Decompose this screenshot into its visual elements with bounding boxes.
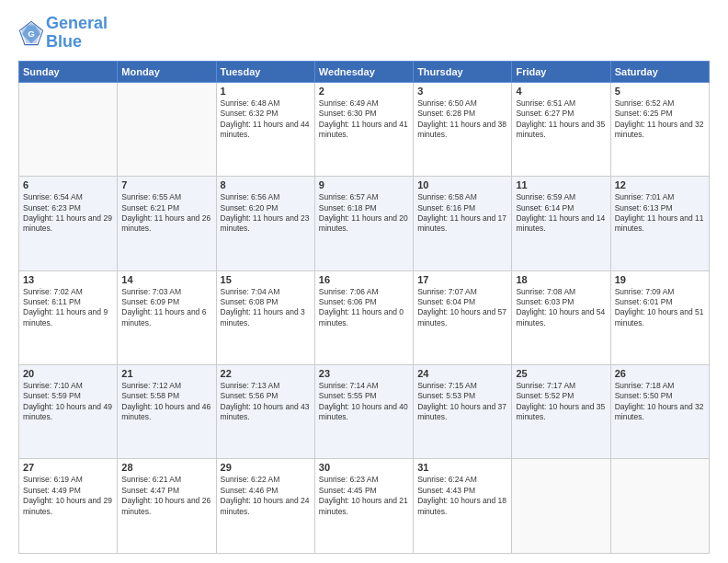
calendar-cell: 15Sunrise: 7:04 AM Sunset: 6:08 PM Dayli… xyxy=(216,270,314,364)
calendar-cell: 11Sunrise: 6:59 AM Sunset: 6:14 PM Dayli… xyxy=(512,177,610,270)
day-number: 11 xyxy=(516,179,606,190)
calendar-cell: 1Sunrise: 6:48 AM Sunset: 6:32 PM Daylig… xyxy=(216,82,314,176)
day-number: 24 xyxy=(417,368,507,379)
day-info: Sunrise: 7:13 AM Sunset: 5:56 PM Dayligh… xyxy=(221,381,311,423)
day-number: 2 xyxy=(319,86,409,97)
day-number: 27 xyxy=(23,462,113,473)
calendar-cell: 27Sunrise: 6:19 AM Sunset: 4:49 PM Dayli… xyxy=(19,459,118,554)
day-number: 8 xyxy=(221,179,311,190)
weekday-header-friday: Friday xyxy=(512,61,610,82)
page: G General Blue SundayMondayTuesdayWednes… xyxy=(0,0,728,563)
header: G General Blue xyxy=(18,15,710,52)
day-info: Sunrise: 6:51 AM Sunset: 6:27 PM Dayligh… xyxy=(516,98,606,141)
day-number: 12 xyxy=(615,179,705,190)
calendar-cell: 25Sunrise: 7:17 AM Sunset: 5:52 PM Dayli… xyxy=(512,365,610,459)
calendar-body: 1Sunrise: 6:48 AM Sunset: 6:32 PM Daylig… xyxy=(19,82,710,553)
calendar-cell: 30Sunrise: 6:23 AM Sunset: 4:45 PM Dayli… xyxy=(314,459,413,554)
day-number: 20 xyxy=(23,368,113,379)
day-info: Sunrise: 7:04 AM Sunset: 6:08 PM Dayligh… xyxy=(221,287,311,329)
day-info: Sunrise: 7:14 AM Sunset: 5:55 PM Dayligh… xyxy=(319,381,409,423)
day-number: 3 xyxy=(417,86,507,97)
calendar-cell: 16Sunrise: 7:06 AM Sunset: 6:06 PM Dayli… xyxy=(314,270,413,364)
calendar-cell: 28Sunrise: 6:21 AM Sunset: 4:47 PM Dayli… xyxy=(118,459,216,554)
calendar-cell: 26Sunrise: 7:18 AM Sunset: 5:50 PM Dayli… xyxy=(610,365,709,459)
day-info: Sunrise: 7:02 AM Sunset: 6:11 PM Dayligh… xyxy=(23,287,113,329)
day-info: Sunrise: 7:03 AM Sunset: 6:09 PM Dayligh… xyxy=(121,287,211,329)
calendar-cell: 10Sunrise: 6:58 AM Sunset: 6:16 PM Dayli… xyxy=(414,177,512,270)
day-info: Sunrise: 6:56 AM Sunset: 6:20 PM Dayligh… xyxy=(221,192,311,235)
weekday-header-tuesday: Tuesday xyxy=(216,61,314,82)
day-info: Sunrise: 6:23 AM Sunset: 4:45 PM Dayligh… xyxy=(319,475,409,517)
calendar-cell: 14Sunrise: 7:03 AM Sunset: 6:09 PM Dayli… xyxy=(118,270,216,364)
day-info: Sunrise: 6:48 AM Sunset: 6:32 PM Dayligh… xyxy=(221,98,311,141)
day-number: 14 xyxy=(121,274,211,285)
calendar-cell: 5Sunrise: 6:52 AM Sunset: 6:25 PM Daylig… xyxy=(610,82,709,176)
calendar-cell: 12Sunrise: 7:01 AM Sunset: 6:13 PM Dayli… xyxy=(610,177,709,270)
day-number: 31 xyxy=(417,462,507,473)
calendar-row: 20Sunrise: 7:10 AM Sunset: 5:59 PM Dayli… xyxy=(19,365,710,459)
day-info: Sunrise: 6:19 AM Sunset: 4:49 PM Dayligh… xyxy=(23,475,113,517)
day-info: Sunrise: 6:52 AM Sunset: 6:25 PM Dayligh… xyxy=(615,98,705,141)
day-number: 21 xyxy=(121,368,211,379)
day-number: 19 xyxy=(615,274,705,285)
calendar-row: 6Sunrise: 6:54 AM Sunset: 6:23 PM Daylig… xyxy=(19,177,710,270)
day-number: 1 xyxy=(221,86,311,97)
calendar-row: 1Sunrise: 6:48 AM Sunset: 6:32 PM Daylig… xyxy=(19,82,710,176)
day-number: 16 xyxy=(319,274,409,285)
day-number: 10 xyxy=(417,179,507,190)
calendar-cell: 17Sunrise: 7:07 AM Sunset: 6:04 PM Dayli… xyxy=(414,270,512,364)
day-info: Sunrise: 7:12 AM Sunset: 5:58 PM Dayligh… xyxy=(121,381,211,423)
calendar-cell: 2Sunrise: 6:49 AM Sunset: 6:30 PM Daylig… xyxy=(314,82,413,176)
calendar-row: 27Sunrise: 6:19 AM Sunset: 4:49 PM Dayli… xyxy=(19,459,710,554)
calendar-cell: 29Sunrise: 6:22 AM Sunset: 4:46 PM Dayli… xyxy=(216,459,314,554)
day-number: 15 xyxy=(221,274,311,285)
day-info: Sunrise: 6:58 AM Sunset: 6:16 PM Dayligh… xyxy=(417,192,507,235)
day-number: 23 xyxy=(319,368,409,379)
day-number: 5 xyxy=(615,86,705,97)
calendar-cell: 23Sunrise: 7:14 AM Sunset: 5:55 PM Dayli… xyxy=(314,365,413,459)
calendar-cell: 31Sunrise: 6:24 AM Sunset: 4:43 PM Dayli… xyxy=(414,459,512,554)
day-number: 26 xyxy=(615,368,705,379)
calendar-cell: 6Sunrise: 6:54 AM Sunset: 6:23 PM Daylig… xyxy=(19,177,118,270)
calendar-cell: 4Sunrise: 6:51 AM Sunset: 6:27 PM Daylig… xyxy=(512,82,610,176)
day-info: Sunrise: 6:22 AM Sunset: 4:46 PM Dayligh… xyxy=(221,475,311,517)
day-number: 9 xyxy=(319,179,409,190)
calendar-cell: 3Sunrise: 6:50 AM Sunset: 6:28 PM Daylig… xyxy=(414,82,512,176)
day-info: Sunrise: 6:59 AM Sunset: 6:14 PM Dayligh… xyxy=(516,192,606,235)
day-number: 30 xyxy=(319,462,409,473)
calendar-cell: 20Sunrise: 7:10 AM Sunset: 5:59 PM Dayli… xyxy=(19,365,118,459)
svg-text:G: G xyxy=(28,29,35,39)
day-info: Sunrise: 6:24 AM Sunset: 4:43 PM Dayligh… xyxy=(417,475,507,517)
calendar-row: 13Sunrise: 7:02 AM Sunset: 6:11 PM Dayli… xyxy=(19,270,710,364)
day-info: Sunrise: 6:50 AM Sunset: 6:28 PM Dayligh… xyxy=(417,98,507,141)
calendar-cell xyxy=(118,82,216,176)
day-number: 29 xyxy=(221,462,311,473)
weekday-header-monday: Monday xyxy=(118,61,216,82)
calendar-cell xyxy=(610,459,709,554)
calendar-cell: 7Sunrise: 6:55 AM Sunset: 6:21 PM Daylig… xyxy=(118,177,216,270)
weekday-header-wednesday: Wednesday xyxy=(314,61,413,82)
day-info: Sunrise: 6:21 AM Sunset: 4:47 PM Dayligh… xyxy=(121,475,211,517)
calendar-header-row: SundayMondayTuesdayWednesdayThursdayFrid… xyxy=(19,61,710,82)
day-info: Sunrise: 7:15 AM Sunset: 5:53 PM Dayligh… xyxy=(417,381,507,423)
day-number: 22 xyxy=(221,368,311,379)
day-info: Sunrise: 7:17 AM Sunset: 5:52 PM Dayligh… xyxy=(516,381,606,423)
calendar-table: SundayMondayTuesdayWednesdayThursdayFrid… xyxy=(18,61,710,554)
day-number: 13 xyxy=(23,274,113,285)
day-number: 6 xyxy=(23,179,113,190)
day-number: 7 xyxy=(121,179,211,190)
weekday-header-saturday: Saturday xyxy=(610,61,709,82)
day-number: 17 xyxy=(417,274,507,285)
calendar-cell: 22Sunrise: 7:13 AM Sunset: 5:56 PM Dayli… xyxy=(216,365,314,459)
calendar-cell: 19Sunrise: 7:09 AM Sunset: 6:01 PM Dayli… xyxy=(610,270,709,364)
calendar-cell: 9Sunrise: 6:57 AM Sunset: 6:18 PM Daylig… xyxy=(314,177,413,270)
calendar-cell: 8Sunrise: 6:56 AM Sunset: 6:20 PM Daylig… xyxy=(216,177,314,270)
day-info: Sunrise: 6:57 AM Sunset: 6:18 PM Dayligh… xyxy=(319,192,409,235)
day-info: Sunrise: 7:01 AM Sunset: 6:13 PM Dayligh… xyxy=(615,192,705,235)
day-number: 18 xyxy=(516,274,606,285)
day-info: Sunrise: 7:06 AM Sunset: 6:06 PM Dayligh… xyxy=(319,287,409,329)
day-info: Sunrise: 7:10 AM Sunset: 5:59 PM Dayligh… xyxy=(23,381,113,423)
weekday-header-thursday: Thursday xyxy=(414,61,512,82)
calendar-cell: 18Sunrise: 7:08 AM Sunset: 6:03 PM Dayli… xyxy=(512,270,610,364)
calendar-cell xyxy=(512,459,610,554)
